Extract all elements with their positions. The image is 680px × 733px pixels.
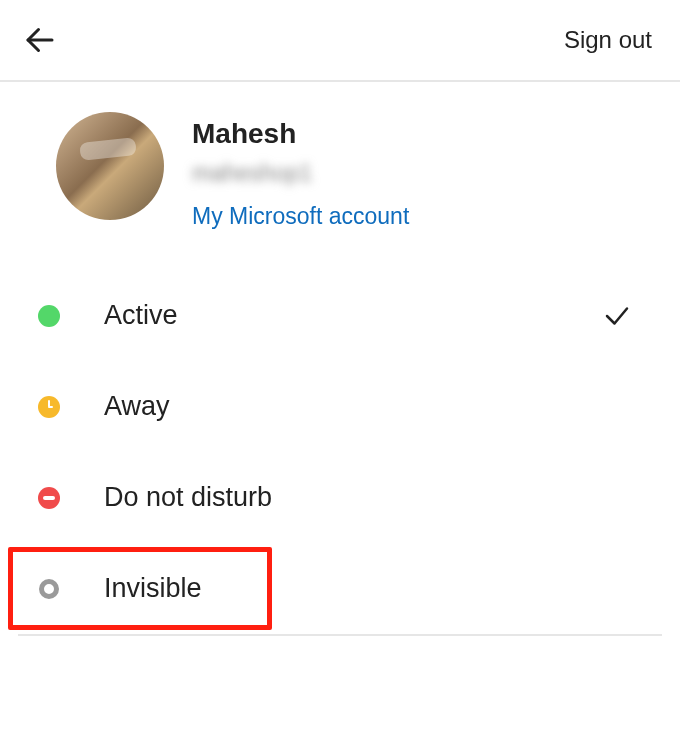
status-invisible[interactable]: Invisible: [10, 543, 670, 634]
divider: [18, 634, 662, 636]
profile-section: Mahesh maheshop1 My Microsoft account: [0, 82, 680, 250]
active-status-icon: [38, 305, 60, 327]
profile-name: Mahesh: [192, 118, 409, 150]
status-list: Active Away Do not disturb Invisible: [0, 250, 680, 636]
status-away[interactable]: Away: [10, 361, 670, 452]
invisible-status-icon: [38, 578, 60, 600]
dnd-status-icon: [38, 487, 60, 509]
status-do-not-disturb[interactable]: Do not disturb: [10, 452, 670, 543]
status-label: Active: [104, 300, 602, 331]
profile-handle: maheshop1: [192, 160, 409, 187]
status-label: Invisible: [104, 573, 650, 604]
status-label: Away: [104, 391, 650, 422]
away-status-icon: [38, 396, 60, 418]
header: Sign out: [0, 0, 680, 82]
back-button[interactable]: [18, 18, 62, 62]
profile-text: Mahesh maheshop1 My Microsoft account: [192, 112, 409, 230]
status-active[interactable]: Active: [10, 270, 670, 361]
sign-out-button[interactable]: Sign out: [564, 26, 652, 54]
arrow-left-icon: [22, 22, 58, 58]
microsoft-account-link[interactable]: My Microsoft account: [192, 197, 409, 230]
status-label: Do not disturb: [104, 482, 650, 513]
avatar[interactable]: [56, 112, 164, 220]
checkmark-icon: [602, 301, 632, 331]
